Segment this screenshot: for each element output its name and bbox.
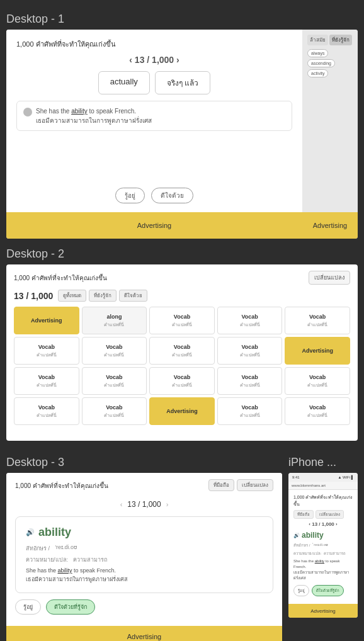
iphone-speaker-icon[interactable]: 🔊 [293, 533, 300, 538]
iphone-title: 1,000 คำศัพท์ที่จะทำให้คุณเก่งขึ้น [293, 494, 353, 508]
iphone-browser-url: www.blommhans.art [292, 484, 326, 487]
d1-title: 1,000 คำศัพท์ที่จะทำให้คุณเก่งขึ้น [16, 38, 292, 50]
d2-vocab-grid: Advertising along คำแปลที่นี่ Vocab คำแป… [14, 307, 350, 425]
desktop2-frame: 1,000 คำศัพท์ที่จะทำให้คุณเก่งขึ้น เปลี่… [6, 264, 358, 441]
d1-cards-row: actually จริงๆ แล้ว [16, 71, 292, 94]
iphone-content: 1,000 คำศัพท์ที่จะทำให้คุณเก่งขึ้น ที่มื… [288, 490, 358, 604]
d3-prev-arrow[interactable]: ‹ [120, 501, 123, 508]
d2-setting-button[interactable]: เปลี่ยนแปลง [309, 271, 350, 285]
d2-cell-5[interactable]: Vocab คำแปลที่นี่ [82, 337, 147, 365]
iphone-buttons: รู้อยู่ ดีใจด้วยที่รู้จัก [293, 585, 353, 596]
iphone-word-row: 🔊 ability [293, 531, 353, 540]
d3-speaker-icon[interactable]: 🔊 [26, 528, 35, 536]
d2-inner: 1,000 คำศัพท์ที่จะทำให้คุณเก่งขึ้น เปลี่… [6, 264, 358, 441]
d2-filter-all[interactable]: ดูทั้งหมด [58, 290, 86, 302]
d1-sidebar-tab2[interactable]: ที่ยังรู้จัก [329, 35, 352, 45]
d3-topbar: ที่มือถือ เปลี่ยนแปลง [208, 479, 273, 491]
d3-action-buttons: รู้อยู่ ดีใจด้วยที่รู้จัก [15, 599, 273, 615]
d1-adv-side[interactable]: Advertising [302, 212, 358, 239]
d2-cell-14[interactable]: Vocab คำแปลที่นี่ [82, 397, 147, 425]
iphone-counter: ‹ 13 / 1,000 › [293, 521, 353, 527]
d2-cell-adv1[interactable]: Advertising [14, 307, 79, 334]
d1-advertising-bar: Advertising Advertising [6, 212, 358, 239]
iphone-example: She has the ability to speak French. เธอ… [293, 559, 353, 581]
d2-cell-2[interactable]: Vocab คำแปลที่นี่ [217, 307, 283, 334]
d3-example-text: She has the ability to speak French. เธอ… [26, 567, 263, 584]
desktop3-frame: 1,000 คำศัพท์ที่จะทำให้คุณเก่งขึ้น ที่มื… [6, 473, 282, 641]
d3-inner: 1,000 คำศัพท์ที่จะทำให้คุณเก่งขึ้น ที่มื… [6, 473, 282, 626]
d2-cell-7[interactable]: Vocab คำแปลที่นี่ [217, 337, 283, 365]
d3-know-button[interactable]: รู้อยู่ [15, 599, 41, 615]
d1-word-card[interactable]: actually [98, 71, 150, 94]
section-label-d3: Desktop - 3 [6, 456, 282, 469]
section-label-d1: Desktop - 1 [6, 13, 358, 26]
d1-sidebar-tab1[interactable]: ล้าสมัย [307, 35, 328, 45]
d1-tag2[interactable]: ascending [307, 59, 335, 67]
d3-meaning-row: ความหมาย/แปล: ความสามารถ [26, 555, 263, 564]
iphone-tabs: ที่มือถือ เปลี่ยนแปลง [293, 510, 353, 519]
d3-word-row: 🔊 ability [26, 526, 263, 539]
d1-tag3[interactable]: activity [307, 69, 328, 77]
d2-cell-15[interactable]: Vocab คำแปลที่นี่ [217, 397, 283, 425]
iphone-tab2[interactable]: เปลี่ยนแปลง [316, 510, 344, 519]
d2-cell-3[interactable]: Vocab คำแปลที่นี่ [285, 307, 350, 334]
d1-audio-icon[interactable] [23, 108, 32, 116]
d3-tab1-button[interactable]: ที่มือถือ [208, 479, 234, 491]
d1-meaning-card[interactable]: จริงๆ แล้ว [155, 71, 210, 94]
d2-counter-row: 13 / 1,000 ดูทั้งหมด ที่ยังรู้จัก ดีใจด้… [14, 290, 350, 302]
d3-info-row: สัทอักษร / ˈreɪ.di.oʊ [26, 544, 263, 553]
d3-phonetic: ˈreɪ.di.oʊ [55, 544, 77, 553]
d2-cell-adv2[interactable]: Advertising [285, 337, 350, 365]
d3-title: 1,000 คำศัพท์ที่จะทำให้คุณเก่งขึ้น [15, 481, 108, 491]
d3-word: ability [38, 526, 71, 539]
d1-adv-main[interactable]: Advertising [6, 212, 302, 239]
iphone-advertising[interactable]: Advertising [288, 604, 358, 618]
d3-advertising-bar[interactable]: Advertising [6, 626, 282, 641]
iphone-know-button[interactable]: รู้อยู่ [293, 585, 309, 596]
d3-counter-row: ‹ 13 / 1,000 › [15, 500, 273, 509]
iphone-info: สัทอักษร / ˈreɪ.di.oʊ [293, 542, 353, 548]
d1-action-buttons: รู้อยู่ ดีใจด้วย [16, 188, 292, 203]
d2-cell-8[interactable]: Vocab คำแปลที่นี่ [14, 367, 79, 395]
d1-tag-row: always ascending activity [307, 49, 353, 77]
d2-cell-9[interactable]: Vocab คำแปลที่นี่ [82, 367, 147, 395]
d2-cell-adv3[interactable]: Advertising [149, 397, 215, 425]
d1-main-panel: 1,000 คำศัพท์ที่จะทำให้คุณเก่งขึ้น ‹ 13 … [6, 30, 302, 212]
d1-dontknow-button[interactable]: ดีใจด้วย [151, 188, 193, 203]
d1-tag1[interactable]: always [307, 49, 328, 57]
d1-example-text: She has the ability to speak French. เธอ… [36, 106, 152, 125]
iphone-meaning: ความหมาย/แปล: ความสามารถ [293, 550, 353, 557]
d2-filter-know[interactable]: ที่ยังรู้จัก [89, 290, 117, 302]
iphone-dontknow-button[interactable]: ดีใจด้วยที่รู้จัก [312, 585, 344, 596]
d2-cell-12[interactable]: Vocab คำแปลที่นี่ [285, 367, 350, 395]
d2-counter: 13 / 1,000 [14, 291, 53, 301]
d2-filter-buttons: ดูทั้งหมด ที่ยังรู้จัก ดีใจด้วย [58, 290, 147, 302]
d3-vocab-card: 🔊 ability สัทอักษร / ˈreɪ.di.oʊ ความหมาย… [15, 516, 273, 593]
d1-sidebar-tabs: ล้าสมัย ที่ยังรู้จัก [307, 35, 353, 45]
iphone-browser-bar: www.blommhans.art [288, 482, 358, 490]
section-label-d2: Desktop - 2 [6, 247, 358, 261]
d2-cell-11[interactable]: Vocab คำแปลที่นี่ [217, 367, 283, 395]
iphone-tab1[interactable]: ที่มือถือ [293, 510, 314, 519]
d1-counter: ‹ 13 / 1,000 › [16, 55, 292, 65]
d3-meaning-label: ความหมาย/แปล: [26, 555, 68, 564]
d2-cell-6[interactable]: Vocab คำแปลที่นี่ [149, 337, 215, 365]
d2-filter-dontknow[interactable]: ดีใจด้วย [119, 290, 147, 302]
iphone-word: ability [302, 531, 324, 540]
d3-next-arrow[interactable]: › [166, 501, 169, 508]
d3-dontknow-button[interactable]: ดีใจด้วยที่รู้จัก [46, 599, 95, 615]
d2-cell-13[interactable]: Vocab คำแปลที่นี่ [14, 397, 79, 425]
d2-cell-4[interactable]: Vocab คำแปลที่นี่ [14, 337, 79, 365]
d1-know-button[interactable]: รู้อยู่ [115, 188, 145, 203]
d2-cell-10[interactable]: Vocab คำแปลที่นี่ [149, 367, 215, 395]
d3-iphone-section: Desktop - 3 1,000 คำศัพท์ที่จะทำให้คุณเก… [6, 450, 358, 641]
d2-cell-1[interactable]: Vocab คำแปลที่นี่ [149, 307, 215, 334]
d1-example-box: She has the ability to speak French. เธอ… [16, 101, 292, 131]
d3-counter: 13 / 1,000 [127, 500, 161, 509]
d2-cell-16[interactable]: Vocab คำแปลที่นี่ [285, 397, 350, 425]
d2-title: 1,000 คำศัพท์ที่จะทำให้คุณเก่งขึ้น [14, 273, 107, 283]
d3-phonetic-label: สัทอักษร / [26, 544, 50, 553]
d2-cell-along[interactable]: along คำแปลที่นี่ [82, 307, 147, 334]
iphone-statusbar: 9:41 ▲ WiFi ▌ [288, 473, 358, 482]
d3-tab2-button[interactable]: เปลี่ยนแปลง [237, 479, 273, 491]
